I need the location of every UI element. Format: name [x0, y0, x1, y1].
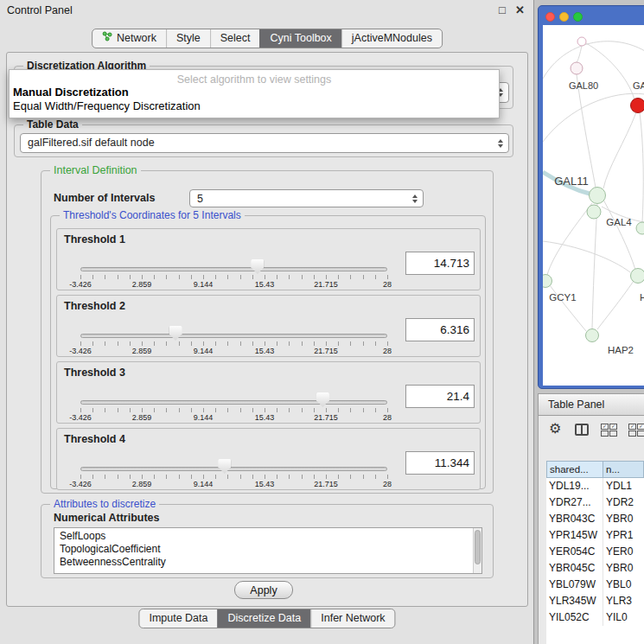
network-node[interactable]: [587, 205, 601, 219]
attributes-scrollbar[interactable]: [473, 528, 481, 573]
scale-label: 2.859: [132, 280, 152, 289]
cell-shared-name[interactable]: YER054C: [546, 544, 603, 560]
scale-label: 2.859: [132, 480, 152, 488]
cell-shared-name[interactable]: YPR145W: [546, 527, 603, 544]
cell-shared-name[interactable]: YBR045C: [546, 560, 603, 577]
scale-label: 15.43: [255, 347, 275, 355]
number-of-intervals-value: 5: [197, 190, 203, 208]
network-node[interactable]: [571, 62, 583, 74]
slider-track[interactable]: [80, 467, 387, 471]
apply-button[interactable]: Apply: [234, 581, 293, 599]
list-item[interactable]: TopologicalCoefficient: [54, 543, 481, 556]
cell-name[interactable]: YBL0: [603, 577, 644, 593]
cell-shared-name[interactable]: YBL079W: [546, 577, 603, 593]
attributes-listbox[interactable]: SelfLoops TopologicalCoefficient Between…: [54, 527, 482, 574]
minimize-traffic-light-icon[interactable]: [559, 12, 569, 22]
slider-track[interactable]: [80, 400, 387, 405]
cell-name[interactable]: YBR0: [603, 560, 644, 577]
table-row[interactable]: YLR345W YLR3: [546, 593, 644, 609]
numerical-attributes-label: Numerical Attributes: [54, 512, 159, 524]
network-node[interactable]: [543, 275, 552, 288]
row-filter-icon[interactable]: ✓✓: [628, 424, 644, 437]
cell-shared-name[interactable]: YBR043C: [546, 511, 603, 527]
threshold-value-field[interactable]: 11.344: [405, 451, 475, 475]
network-canvas[interactable]: GAL80 GA GAL11 GAL4 GCY1 H HAP2: [543, 25, 644, 386]
cell-name[interactable]: YDR2: [603, 494, 644, 511]
columns-icon[interactable]: [575, 424, 589, 436]
dropdown-option-manual-discretization[interactable]: Manual Discretization: [10, 86, 499, 99]
tab-style[interactable]: Style: [166, 29, 210, 48]
select-columns-icon[interactable]: ✓✓: [601, 424, 618, 437]
tab-impute-data[interactable]: Impute Data: [139, 609, 217, 628]
zoom-traffic-light-icon[interactable]: [573, 12, 583, 22]
table-row[interactable]: YER054C YER0: [546, 544, 644, 560]
slider-thumb[interactable]: [316, 392, 329, 407]
network-node[interactable]: [636, 222, 644, 234]
column-header-name[interactable]: n...: [603, 461, 644, 478]
bottom-tabbar: Impute Data Discretize Data Infer Networ…: [138, 609, 395, 628]
tab-jactivemnodules-label: jActiveMNodules: [352, 29, 432, 48]
slider-ticks: [80, 475, 388, 479]
cell-name[interactable]: YDL1: [603, 478, 644, 494]
table-row[interactable]: YBR043C YBR0: [546, 511, 644, 527]
cell-name[interactable]: YPR1: [603, 527, 644, 544]
table-panel-title: Table Panel: [548, 399, 604, 411]
tab-discretize-data[interactable]: Discretize Data: [218, 609, 311, 628]
tab-jactivemnodules[interactable]: jActiveMNodules: [341, 29, 442, 48]
table-row[interactable]: YBL079W YBL0: [546, 577, 644, 593]
threshold-value-field[interactable]: 21.4: [405, 385, 475, 408]
dropdown-option-equal-width[interactable]: Equal Width/Frequency Discretization: [10, 99, 499, 113]
table-row[interactable]: YPR145W YPR1: [546, 527, 644, 544]
cell-name[interactable]: YLR3: [603, 593, 644, 609]
tab-select[interactable]: Select: [210, 29, 260, 48]
scale-label: -3.426: [69, 347, 92, 355]
slider-thumb[interactable]: [251, 259, 264, 274]
cell-shared-name[interactable]: YDR27...: [546, 494, 603, 511]
network-node[interactable]: [590, 188, 606, 204]
cell-name[interactable]: YER0: [603, 544, 644, 560]
network-tab-icon: [102, 29, 112, 48]
cell-shared-name[interactable]: YIL052C: [546, 609, 603, 626]
scale-label: 2.859: [132, 347, 152, 355]
list-item[interactable]: SelfLoops: [54, 528, 481, 543]
node-label-partial: H: [640, 292, 644, 303]
table-data-combobox[interactable]: galFiltered.sif default node: [20, 133, 509, 153]
slider-thumb[interactable]: [169, 326, 182, 341]
network-node-selected[interactable]: [631, 99, 644, 113]
scale-label: -3.426: [69, 480, 92, 488]
cell-shared-name[interactable]: YLR345W: [546, 593, 603, 609]
table-row[interactable]: YDL19... YDL1: [546, 478, 644, 494]
minimize-icon[interactable]: □: [499, 3, 506, 16]
network-node[interactable]: [631, 269, 644, 284]
cell-shared-name[interactable]: YDL19...: [546, 478, 603, 494]
close-traffic-light-icon[interactable]: [545, 12, 555, 22]
scrollbar-thumb[interactable]: [475, 530, 481, 564]
slider-thumb[interactable]: [218, 459, 231, 474]
list-item[interactable]: BetweennessCentrality: [54, 556, 481, 569]
slider-track[interactable]: [80, 267, 387, 271]
top-tabbar: Network Style Select Cyni Toolbox jActiv…: [92, 29, 443, 48]
cell-name[interactable]: YIL0: [603, 609, 644, 626]
network-node[interactable]: [586, 329, 599, 342]
node-label-gcy1: GCY1: [549, 292, 576, 303]
tab-select-label: Select: [220, 29, 251, 48]
tab-cyni-toolbox[interactable]: Cyni Toolbox: [259, 29, 341, 48]
number-of-intervals-combobox[interactable]: 5: [189, 189, 424, 207]
table-row[interactable]: YBR045C YBR0: [546, 560, 644, 577]
close-icon[interactable]: ✕: [515, 3, 525, 16]
threshold-value-field[interactable]: 6.316: [405, 318, 475, 341]
gear-icon[interactable]: ⚙: [549, 420, 561, 437]
column-header-shared-name[interactable]: shared...: [546, 461, 603, 478]
cell-name[interactable]: YBR0: [603, 511, 644, 527]
threshold-panel-2: Threshold 2 6.316 -3.426 2.859 9.144 15.…: [56, 295, 481, 357]
scale-label: 28: [383, 413, 392, 422]
table-row[interactable]: YDR27... YDR2: [546, 494, 644, 511]
network-node[interactable]: [577, 37, 586, 46]
scale-label: 15.43: [255, 480, 275, 488]
threshold-value-field[interactable]: 14.713: [405, 252, 475, 275]
tab-network[interactable]: Network: [92, 29, 166, 48]
table-data-group: Table Data galFiltered.sif default node: [14, 124, 513, 157]
table-row[interactable]: YIL052C YIL0: [546, 609, 644, 626]
tab-infer-network[interactable]: Infer Network: [310, 609, 394, 628]
slider-track[interactable]: [80, 334, 387, 338]
